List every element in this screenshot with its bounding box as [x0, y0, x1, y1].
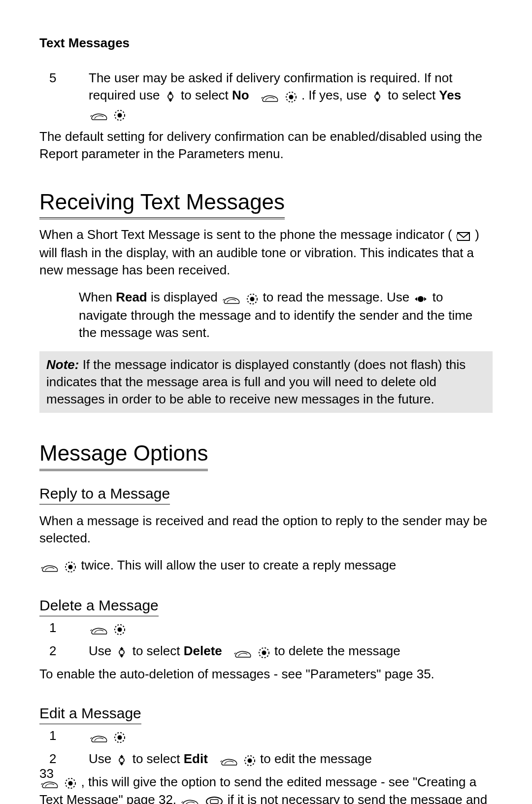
- step-body: The user may be asked if delivery confir…: [89, 69, 493, 123]
- updown-icon: [116, 643, 128, 661]
- text: to select: [181, 88, 232, 102]
- step-body: Use to select Edit to edit the message: [89, 750, 493, 769]
- step-row: 5 The user may be asked if delivery conf…: [39, 69, 493, 123]
- press-icon: [181, 792, 200, 804]
- note-label: Note:: [46, 357, 79, 372]
- select-icon: [114, 620, 126, 637]
- text: When a Short Text Message is sent to the…: [39, 227, 452, 242]
- step-body: [89, 727, 493, 745]
- envelope-icon: [457, 227, 470, 244]
- press-icon: [261, 88, 279, 105]
- softkey-icon: [205, 792, 223, 804]
- press-icon: [220, 751, 238, 769]
- step-number: 1: [39, 727, 89, 744]
- edit-word: Edit: [184, 751, 208, 766]
- select-icon: [114, 728, 126, 745]
- section-heading-receiving: Receiving Text Messages: [39, 187, 285, 219]
- paragraph: When a Short Text Message is sent to the…: [39, 226, 493, 279]
- step-row: 2 Use to select Delete to delete the mes…: [39, 642, 493, 661]
- updown-icon: [116, 751, 128, 769]
- paragraph: When a message is received and read the …: [39, 512, 493, 547]
- step-number: 5: [39, 69, 89, 87]
- press-icon: [90, 728, 108, 745]
- step-body: [89, 619, 493, 637]
- press-icon: [222, 290, 241, 307]
- press-icon: [40, 558, 59, 575]
- updown-icon: [165, 88, 176, 105]
- paragraph: The default setting for delivery confirm…: [39, 128, 493, 163]
- text: is displayed: [151, 290, 221, 304]
- page-number: 33: [39, 765, 54, 782]
- select-icon: [65, 558, 76, 575]
- subheading-edit: Edit a Message: [39, 704, 141, 725]
- paragraph: , this will give the option to send the …: [39, 773, 493, 804]
- updown-icon: [371, 88, 383, 105]
- text: twice. This will allow the user to creat…: [81, 558, 396, 572]
- select-icon: [114, 105, 126, 123]
- text: to select: [388, 88, 439, 102]
- option-yes: Yes: [439, 88, 461, 102]
- press-icon: [233, 643, 252, 661]
- delete-word: Delete: [184, 643, 222, 658]
- select-icon: [285, 88, 297, 105]
- text: . If yes, use: [301, 88, 370, 102]
- select-icon: [65, 774, 76, 791]
- note-box: Note: If the message indicator is displa…: [39, 351, 493, 413]
- note-text: If the message indicator is displayed co…: [46, 357, 466, 406]
- paragraph: To enable the auto-deletion of messages …: [39, 666, 493, 683]
- text: to edit the message: [260, 751, 372, 766]
- text: to select: [133, 751, 184, 766]
- text: When: [79, 290, 116, 304]
- paragraph: When Read is displayed to read the messa…: [79, 289, 493, 341]
- text: Use: [89, 643, 115, 658]
- text: Use: [89, 751, 115, 766]
- leftright-icon: [414, 290, 428, 307]
- text: to select: [133, 643, 184, 658]
- subheading-reply: Reply to a Message: [39, 484, 170, 505]
- manual-page: Text Messages 5 The user may be asked if…: [0, 0, 532, 804]
- press-icon: [90, 105, 108, 123]
- read-word: Read: [116, 290, 147, 304]
- section-heading-options: Message Options: [39, 438, 208, 470]
- step-number: 2: [39, 642, 89, 660]
- step-body: Use to select Delete to delete the messa…: [89, 642, 493, 661]
- text: to read the message. Use: [263, 290, 413, 304]
- text: to delete the message: [274, 643, 400, 658]
- step-row: 1: [39, 619, 493, 637]
- subheading-delete: Delete a Message: [39, 596, 159, 617]
- select-icon: [258, 643, 270, 661]
- option-no: No: [232, 88, 249, 102]
- step-row: 1: [39, 727, 493, 745]
- select-icon: [244, 751, 256, 769]
- step-row: 2 Use to select Edit to edit the message: [39, 750, 493, 769]
- step-number: 1: [39, 619, 89, 636]
- paragraph: twice. This will allow the user to creat…: [39, 557, 493, 575]
- select-icon: [246, 290, 258, 307]
- page-header: Text Messages: [39, 34, 493, 52]
- press-icon: [90, 620, 108, 637]
